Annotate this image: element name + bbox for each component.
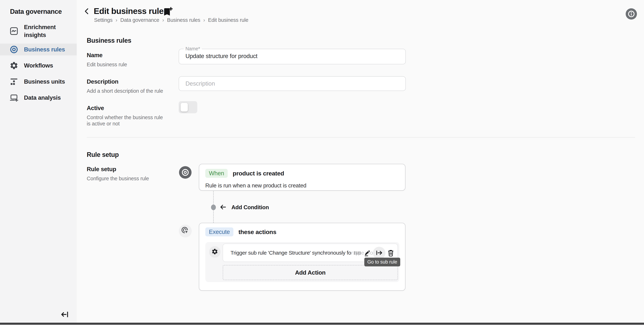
description-input[interactable]: [186, 80, 398, 87]
execute-chip: Execute: [205, 227, 234, 236]
rule-setup-row-label: Rule setup Configure the business rule: [87, 166, 168, 182]
description-row-label: Description Add a short description of t…: [87, 78, 168, 94]
description-description: Add a short description of the rule: [87, 88, 168, 94]
when-card-title: product is created: [233, 170, 284, 177]
breadcrumb-item-data-governance[interactable]: Data governance: [120, 17, 159, 23]
collapse-sidebar-button[interactable]: [60, 310, 70, 320]
sidebar-item-data-analysis[interactable]: Data analysis: [0, 92, 77, 104]
breadcrumb-separator: ›: [203, 17, 205, 23]
goto-sub-rule-button[interactable]: [373, 247, 386, 259]
bullseye-icon: [179, 166, 192, 180]
description-label: Description: [87, 78, 168, 85]
when-card-header: When product is created: [205, 169, 399, 178]
sidebar-item-business-rules[interactable]: Business rules: [0, 44, 77, 55]
form-section-title: Business rules: [87, 37, 131, 44]
action-type-badge: [209, 246, 220, 258]
rule-setup-label: Rule setup: [87, 166, 168, 173]
trigger-badge: [179, 166, 192, 179]
breadcrumb-item-settings[interactable]: Settings: [94, 17, 112, 23]
goto-sub-rule-icon: [375, 249, 383, 258]
sidebar-item-workflows[interactable]: Workflows: [0, 60, 77, 71]
sidebar-item-label: Enrichment insights: [24, 23, 69, 39]
breadcrumb-item-business-rules[interactable]: Business rules: [167, 17, 200, 23]
sidebar: Data governance Enrichment insights Busi…: [0, 0, 77, 325]
add-condition-label: Add Condition: [232, 204, 269, 211]
when-trigger-card[interactable]: When product is created Rule is run when…: [199, 164, 406, 191]
rule-section-title: Rule setup: [87, 151, 119, 158]
active-description: Control whether the business rule is act…: [87, 114, 168, 127]
rule-setup-description: Configure the business rule: [87, 175, 168, 182]
org-chart-icon: [9, 77, 19, 87]
execute-card-title: these actions: [238, 229, 276, 236]
sidebar-nav: Enrichment insights Business rules Workf…: [0, 21, 77, 108]
chart-box-icon: [9, 26, 19, 36]
edit-action-button[interactable]: [364, 249, 372, 258]
collapse-sidebar-icon: [60, 317, 70, 320]
breadcrumb-separator: ›: [162, 17, 164, 23]
execute-card-header: Execute these actions: [205, 227, 399, 236]
sidebar-item-label: Business units: [24, 78, 65, 86]
back-chevron-icon: [82, 13, 91, 16]
breadcrumb-separator: ›: [116, 17, 117, 23]
when-chip: When: [205, 169, 228, 178]
name-description: Edit business rule: [87, 61, 168, 68]
edit-icon: [364, 255, 372, 258]
active-toggle[interactable]: [179, 101, 197, 113]
window-bottom-edge: [0, 323, 644, 325]
sidebar-item-label: Data analysis: [24, 94, 61, 102]
page-title: Edit business rule: [94, 6, 164, 16]
sidebar-item-enrichment-insights[interactable]: Enrichment insights: [0, 21, 77, 41]
drag-handle-icon[interactable]: [353, 251, 361, 256]
active-row-label: Active Control whether the business rule…: [87, 105, 168, 127]
trash-icon: [387, 255, 395, 258]
action-text-visible: Trigger sub rule 'Change Structure' sync…: [230, 250, 351, 256]
back-button[interactable]: [82, 7, 92, 16]
section-divider: [87, 137, 635, 138]
breadcrumb: Settings › Data governance › Business ru…: [94, 17, 248, 23]
goto-sub-rule-tooltip: Go to sub rule: [364, 258, 400, 266]
execute-actions-card: Execute these actions Trigger sub rule '…: [199, 223, 406, 291]
add-condition-button[interactable]: Add Condition: [219, 203, 269, 211]
name-input[interactable]: [186, 53, 396, 59]
add-action-button[interactable]: Add Action: [223, 265, 398, 280]
flow-connector-dot: [211, 205, 216, 210]
sidebar-item-label: Workflows: [24, 62, 53, 69]
info-button[interactable]: [625, 8, 638, 20]
execute-badge: [179, 225, 192, 238]
toggle-knob: [181, 103, 188, 111]
add-action-label: Add Action: [295, 269, 326, 276]
name-field: Name*: [179, 46, 406, 64]
gear-icon: [212, 248, 218, 256]
delete-action-button[interactable]: [387, 249, 395, 258]
breadcrumb-item-current: Edit business rule: [208, 17, 248, 23]
bookmark-add-button[interactable]: [162, 7, 173, 17]
sidebar-title: Data governance: [10, 8, 62, 15]
when-card-body: Rule is run when a new product is create…: [205, 182, 399, 189]
info-icon: [626, 18, 637, 20]
sidebar-item-business-units[interactable]: Business units: [0, 76, 77, 87]
description-field: [179, 76, 406, 91]
name-row-label: Name Edit business rule: [87, 52, 168, 68]
laptop-gear-icon: [9, 93, 19, 103]
name-field-floating-label: Name*: [184, 46, 202, 52]
app-root: Data governance Enrichment insights Busi…: [0, 0, 644, 325]
gear-icon: [9, 60, 19, 71]
cursor-click-icon: [181, 227, 190, 236]
bookmark-add-icon: [162, 14, 173, 17]
name-label: Name: [87, 52, 168, 59]
target-icon: [9, 44, 19, 54]
sidebar-item-label: Business rules: [24, 45, 65, 53]
arrow-left-icon: [219, 203, 227, 211]
active-label: Active: [87, 105, 168, 111]
actions-panel: Trigger sub rule 'Change Structure' sync…: [205, 242, 399, 282]
